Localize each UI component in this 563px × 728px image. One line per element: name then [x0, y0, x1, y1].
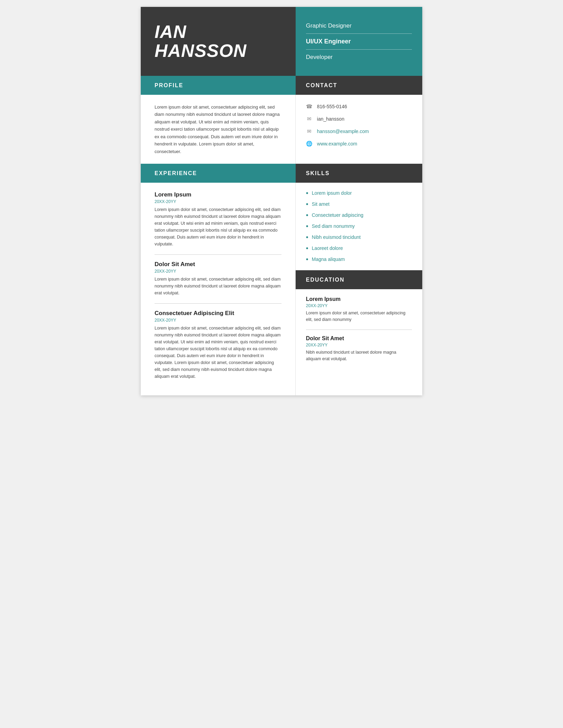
- profile-section-header: PROFILE: [141, 76, 296, 95]
- exp-title-3: Consectetuer Adipiscing Elit: [155, 310, 282, 317]
- exp-title-2: Dolor Sit Amet: [155, 261, 282, 268]
- exp-text-3: Lorem ipsum dolor sit amet, consectetuer…: [155, 325, 282, 380]
- exp-date-3: 20XX-20YY: [155, 318, 282, 323]
- job-title-3: Developer: [306, 52, 412, 62]
- skills-section-header: SKILLS: [296, 164, 422, 183]
- job-title-2: UI/UX Engineer: [306, 37, 412, 47]
- skill-label-4: Sed diam nonummy: [312, 223, 355, 229]
- skill-item-4: Sed diam nonummy: [306, 223, 412, 230]
- phone-number: 816-555-0146: [317, 104, 347, 109]
- skills-education-col: Lorem ipsum dolor Sit amet Consectetuer …: [296, 183, 422, 395]
- skills-heading: SKILLS: [306, 170, 330, 176]
- skill-item-1: Lorem ipsum dolor: [306, 190, 412, 196]
- email-icon: ✉: [306, 128, 313, 134]
- profile-content: Lorem ipsum dolor sit amet, consectetuer…: [141, 95, 296, 164]
- edu-text-2: Nibh euismod tincidunt ut laoreet dolore…: [306, 349, 412, 363]
- exp-skills-header-row: EXPERIENCE SKILLS: [141, 164, 422, 183]
- education-item-2: Dolor Sit Amet 20XX-20YY Nibh euismod ti…: [306, 330, 412, 363]
- profile-heading: PROFILE: [155, 82, 183, 89]
- edu-title-2: Dolor Sit Amet: [306, 335, 412, 342]
- experience-item-1: Lorem Ipsum 20XX-20YY Lorem ipsum dolor …: [155, 191, 282, 247]
- skill-label-3: Consectetuer adipiscing: [312, 212, 363, 218]
- last-name: HANSSON: [155, 41, 247, 61]
- education-heading: EDUCATION: [306, 277, 345, 283]
- job-title-1: Graphic Designer: [306, 21, 412, 31]
- contact-chat: ✉ ian_hansson: [306, 116, 412, 122]
- skill-item-7: Magna aliquam: [306, 256, 412, 263]
- skill-label-2: Sit amet: [312, 201, 329, 207]
- title-divider-1: [306, 33, 412, 34]
- skill-item-3: Consectetuer adipiscing: [306, 212, 412, 219]
- resume: IAN HANSSON Graphic Designer UI/UX Engin…: [141, 7, 422, 395]
- web-icon: 🌐: [306, 141, 313, 147]
- contact-content: ☎ 816-555-0146 ✉ ian_hansson ✉ hansson@e…: [296, 95, 422, 164]
- first-name: IAN: [155, 22, 187, 42]
- website-link[interactable]: www.example.com: [317, 141, 357, 146]
- skill-item-6: Laoreet dolore: [306, 245, 412, 252]
- header: IAN HANSSON Graphic Designer UI/UX Engin…: [141, 7, 422, 76]
- education-content: Lorem Ipsum 20XX-20YY Lorem ipsum dolor …: [296, 289, 422, 376]
- username: ian_hansson: [317, 116, 344, 122]
- edu-date-1: 20XX-20YY: [306, 303, 412, 308]
- profile-contact-header-row: PROFILE CONTACT: [141, 76, 422, 95]
- contact-email: ✉ hansson@example.com: [306, 128, 412, 134]
- exp-text-1: Lorem ipsum dolor sit amet, consectetuer…: [155, 206, 282, 247]
- skill-item-5: Nibh euismod tincidunt: [306, 234, 412, 241]
- contact-phone: ☎ 816-555-0146: [306, 103, 412, 110]
- email-link[interactable]: hansson@example.com: [317, 129, 369, 134]
- skill-label-7: Magna aliquam: [312, 256, 345, 262]
- edu-date-2: 20XX-20YY: [306, 343, 412, 347]
- header-name-block: IAN HANSSON: [141, 7, 296, 76]
- education-section-header: EDUCATION: [296, 270, 422, 289]
- education-item-1: Lorem Ipsum 20XX-20YY Lorem ipsum dolor …: [306, 296, 412, 323]
- contact-heading: CONTACT: [306, 82, 337, 89]
- exp-date-2: 20XX-20YY: [155, 269, 282, 274]
- skill-label-6: Laoreet dolore: [312, 245, 343, 251]
- skill-label-1: Lorem ipsum dolor: [312, 190, 352, 196]
- experience-skills-edu-content: Lorem Ipsum 20XX-20YY Lorem ipsum dolor …: [141, 183, 422, 395]
- exp-date-1: 20XX-20YY: [155, 199, 282, 204]
- skill-item-2: Sit amet: [306, 201, 412, 208]
- experience-heading: EXPERIENCE: [155, 170, 197, 176]
- contact-web: 🌐 www.example.com: [306, 141, 412, 147]
- experience-item-3: Consectetuer Adipiscing Elit 20XX-20YY L…: [155, 303, 282, 380]
- experience-section-header: EXPERIENCE: [141, 164, 296, 183]
- exp-text-2: Lorem ipsum dolor sit amet, consectetuer…: [155, 276, 282, 296]
- experience-item-2: Dolor Sit Amet 20XX-20YY Lorem ipsum dol…: [155, 254, 282, 296]
- edu-text-1: Lorem ipsum dolor sit amet, consectetuer…: [306, 310, 412, 323]
- edu-title-1: Lorem Ipsum: [306, 296, 412, 302]
- contact-section-header: CONTACT: [296, 76, 422, 95]
- title-divider-2: [306, 49, 412, 50]
- profile-contact-content: Lorem ipsum dolor sit amet, consectetuer…: [141, 95, 422, 164]
- exp-title-1: Lorem Ipsum: [155, 191, 282, 198]
- skills-list: Lorem ipsum dolor Sit amet Consectetuer …: [306, 190, 412, 263]
- chat-icon: ✉: [306, 116, 313, 122]
- header-titles-block: Graphic Designer UI/UX Engineer Develope…: [296, 7, 422, 76]
- phone-icon: ☎: [306, 103, 313, 110]
- profile-text: Lorem ipsum dolor sit amet, consectetuer…: [155, 103, 282, 155]
- experience-content: Lorem Ipsum 20XX-20YY Lorem ipsum dolor …: [141, 183, 296, 395]
- skill-label-5: Nibh euismod tincidunt: [312, 234, 361, 240]
- full-name: IAN HANSSON: [155, 22, 247, 60]
- skills-content: Lorem ipsum dolor Sit amet Consectetuer …: [296, 183, 422, 270]
